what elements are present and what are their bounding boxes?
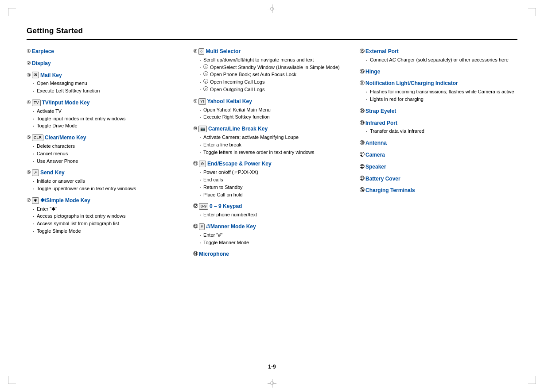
item-num-item20: ⑳ — [360, 139, 365, 146]
title-text-item23: Battery Cover — [365, 175, 400, 183]
bullet-item10-0: Activate Camera; activate Magnifying Lou… — [199, 134, 351, 141]
item-header-item15: ⑮ External Port — [360, 48, 517, 55]
item-header-item3: ③ ✉Mail Key — [27, 72, 184, 79]
column-1: ① Earpiece② Display③ ✉Mail KeyOpen Messa… — [27, 48, 193, 262]
item-title-item19: Infrared Port — [365, 119, 397, 127]
item-title-item8: ○Multi Selector — [198, 48, 241, 55]
title-text-item5: Clear/Memo Key — [45, 134, 86, 142]
item-num-item19: ⑲ — [360, 119, 365, 126]
bullet-item4-0: Activate TV — [33, 108, 184, 115]
key-icon-item4: TV — [32, 100, 41, 106]
bullet-item9-0: Open Yahoo! Keitai Main Menu — [199, 106, 351, 114]
key-icon-item13: # — [199, 223, 205, 230]
corner-mark-br — [528, 376, 536, 384]
bullet-item8-3: ↙Open Incoming Call Logs — [199, 78, 351, 86]
item-bullets-item12: Enter phone number/text — [199, 211, 351, 219]
bullet-item8-0: Scroll up/down/left/right to navigate me… — [199, 56, 351, 64]
item-title-item10: 📷Camera/Line Break Key — [198, 125, 268, 133]
page-title: Getting Started — [27, 27, 517, 35]
bullet-item5-2: Use Answer Phone — [33, 158, 184, 165]
title-text-item20: Antenna — [365, 139, 387, 147]
bullet-item5-1: Cancel menus — [33, 150, 184, 158]
bullet-text-item17-0: Flashes for incoming transmissions; flas… — [370, 88, 514, 96]
key-icon-item10: 📷 — [198, 126, 207, 132]
item-num-item13: ⑬ — [193, 223, 198, 230]
title-text-item4: TV/Input Mode Key — [42, 99, 90, 107]
bullet-item8-2: ☺Open Phone Book; set Auto Focus Lock — [199, 71, 351, 78]
item-num-item8: ⑧ — [193, 48, 198, 54]
bullet-text-item11-1: End calls — [203, 176, 223, 184]
bullet-text-item10-2: Toggle letters in reverse order in text … — [203, 149, 315, 156]
item-title-item24: Charging Terminals — [365, 187, 415, 194]
main-content: Getting Started ① Earpiece② Display③ ✉Ma… — [27, 27, 517, 374]
item-title-item12: 0-90 – 9 Keypad — [199, 203, 242, 210]
item-header-item21: ㉑ Camera — [360, 151, 517, 159]
column-2: ⑧ ○Multi SelectorScroll up/down/left/rig… — [193, 48, 360, 262]
item-title-item17: Notification Light/Charging Indicator — [365, 80, 458, 87]
item-block-item22: ㉒ Speaker — [360, 163, 517, 171]
bullet-text-item17-1: Lights in red for charging — [370, 96, 424, 103]
bullet-text-item11-3: Place Call on hold — [203, 191, 243, 199]
title-text-item21: Camera — [365, 151, 385, 159]
bullet-item7-3: Toggle Simple Mode — [33, 227, 184, 235]
item-header-item24: ㉔ Charging Terminals — [360, 187, 517, 194]
item-header-item13: ⑬ ##/Manner Mode Key — [193, 223, 351, 231]
key-icon-item8: ○ — [198, 48, 204, 55]
item-num-item1: ① — [27, 48, 31, 54]
bullet-text-item3-0: Open Messaging menu — [37, 80, 87, 87]
item-num-item10: ⑩ — [193, 125, 198, 132]
item-num-item6: ⑥ — [27, 169, 31, 176]
item-header-item1: ① Earpiece — [27, 48, 184, 55]
item-header-item7: ⑦ ✱✱/Simple Mode Key — [27, 197, 184, 204]
bullet-text-item5-1: Cancel menus — [37, 150, 68, 158]
bullet-text-item19-0: Transfer data via Infrared — [370, 127, 424, 135]
item-num-item17: ⑰ — [360, 80, 365, 86]
bullet-item8-4: ↗Open Outgoing Call Logs — [199, 86, 351, 93]
title-text-item19: Infrared Port — [365, 119, 397, 127]
item-block-item1: ① Earpiece — [27, 48, 184, 55]
key-icon-item5: CLR — [32, 135, 43, 141]
item-bullets-item17: Flashes for incoming transmissions; flas… — [366, 88, 517, 103]
key-icon-item11: ⊖ — [199, 161, 206, 167]
item-title-item16: Hinge — [365, 68, 380, 76]
bullet-item6-1: Toggle upper/lower case in text entry wi… — [33, 185, 184, 192]
item-bullets-item5: Delete charactersCancel menusUse Answer … — [33, 142, 184, 165]
item-header-item5: ⑤ CLRClear/Memo Key — [27, 134, 184, 142]
title-text-item3: Mail Key — [40, 72, 62, 79]
bullet-text-item13-1: Toggle Manner Mode — [203, 239, 249, 246]
item-block-item16: ⑯ Hinge — [360, 68, 517, 76]
item-header-item2: ② Display — [27, 60, 184, 67]
item-block-item10: ⑩ 📷Camera/Line Break KeyActivate Camera;… — [193, 125, 351, 156]
item-num-item14: ⑭ — [193, 250, 198, 257]
title-text-item24: Charging Terminals — [365, 187, 415, 194]
title-text-item12: 0 – 9 Keypad — [210, 203, 242, 210]
bullet-text-item11-2: Return to Standby — [203, 184, 243, 191]
item-title-item23: Battery Cover — [365, 175, 400, 183]
title-text-item22: Speaker — [365, 163, 386, 171]
bullet-item17-0: Flashes for incoming transmissions; flas… — [366, 88, 517, 96]
bullet-text-item9-0: Open Yahoo! Keitai Main Menu — [203, 106, 271, 114]
item-block-item5: ⑤ CLRClear/Memo KeyDelete charactersCanc… — [27, 134, 184, 165]
key-icon-item3: ✉ — [32, 72, 39, 78]
bullet-text-item8-2: Open Phone Book; set Auto Focus Lock — [210, 71, 296, 78]
item-num-item18: ⑱ — [360, 108, 365, 114]
item-num-item2: ② — [27, 60, 31, 66]
item-header-item10: ⑩ 📷Camera/Line Break Key — [193, 125, 351, 133]
item-bullets-item6: Initiate or answer callsToggle upper/low… — [33, 177, 184, 192]
bullet-text-item10-1: Enter a line break — [203, 141, 241, 149]
bullet-item4-2: Toggle Drive Mode — [33, 122, 184, 130]
bullet-item7-1: Access pictographs in text entry windows — [33, 212, 184, 220]
title-text-item11: End/Escape & Power Key — [207, 160, 272, 168]
item-num-item5: ⑤ — [27, 134, 31, 141]
bullet-item4-1: Toggle input modes in text entry windows — [33, 115, 184, 123]
item-title-item13: ##/Manner Mode Key — [199, 223, 256, 231]
item-block-item11: ⑪ ⊖End/Escape & Power KeyPower on/off (☞… — [193, 160, 351, 198]
bullet-item13-0: Enter "#" — [199, 231, 351, 239]
key-icon-item12: 0-9 — [199, 203, 208, 210]
corner-mark-tl — [8, 8, 16, 16]
bullet-text-item9-1: Execute Right Softkey function — [203, 113, 270, 121]
item-header-item6: ⑥ ↗Send Key — [27, 169, 184, 177]
item-bullets-item19: Transfer data via Infrared — [366, 127, 517, 135]
item-title-item5: CLRClear/Memo Key — [32, 134, 86, 142]
item-block-item6: ⑥ ↗Send KeyInitiate or answer callsToggl… — [27, 169, 184, 192]
